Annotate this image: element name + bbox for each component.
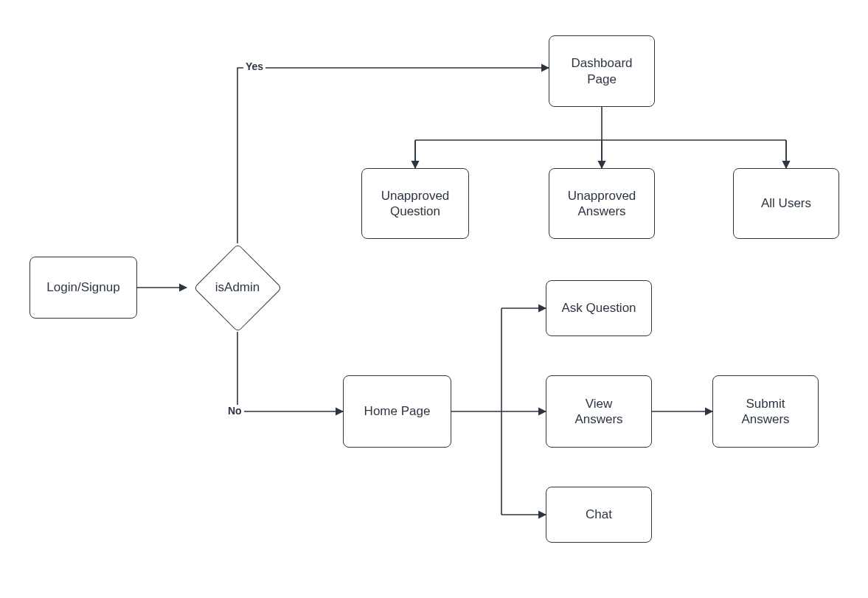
- node-label: View Answers: [574, 396, 622, 428]
- node-label: Unapproved Answers: [568, 188, 636, 220]
- node-label: Ask Question: [561, 300, 636, 316]
- node-view-answers: View Answers: [546, 375, 652, 448]
- node-chat: Chat: [546, 487, 652, 543]
- node-home-page: Home Page: [343, 375, 451, 448]
- node-label: Dashboard Page: [571, 55, 632, 87]
- flowchart-canvas: Login/Signup isAdmin Dashboard Page Unap…: [0, 0, 868, 598]
- node-unapproved-answers: Unapproved Answers: [549, 168, 655, 239]
- node-dashboard-page: Dashboard Page: [549, 35, 655, 107]
- node-label: Login/Signup: [46, 279, 119, 295]
- node-ask-question: Ask Question: [546, 280, 652, 336]
- node-label: Chat: [586, 507, 612, 522]
- node-label: Submit Answers: [741, 396, 789, 428]
- node-unapproved-question: Unapproved Question: [361, 168, 469, 239]
- edge-label-yes: Yes: [243, 60, 265, 72]
- node-login-signup: Login/Signup: [29, 257, 137, 319]
- node-submit-answers: Submit Answers: [712, 375, 819, 448]
- node-label: Home Page: [364, 403, 431, 419]
- node-label: Unapproved Question: [381, 188, 450, 220]
- node-all-users: All Users: [733, 168, 839, 239]
- node-label: All Users: [761, 195, 811, 211]
- node-isadmin: isAdmin: [193, 243, 282, 332]
- edge-label-no: No: [226, 405, 244, 417]
- node-label: isAdmin: [215, 280, 260, 295]
